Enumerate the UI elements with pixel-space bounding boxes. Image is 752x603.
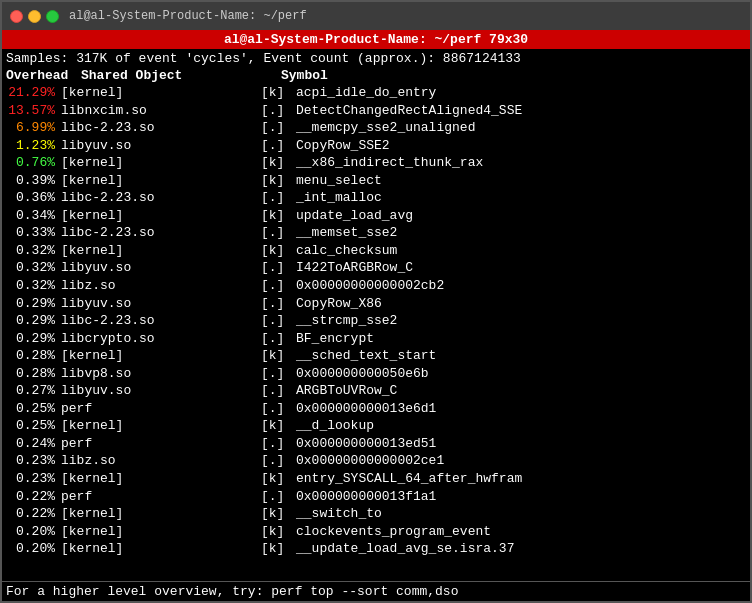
overhead-value: 0.20% <box>6 540 61 558</box>
shared-object: [kernel] <box>61 523 261 541</box>
symbol-name: 0x000000000050e6b <box>296 365 746 383</box>
shared-object: [kernel] <box>61 207 261 225</box>
symbol-name: acpi_idle_do_entry <box>296 84 746 102</box>
shared-object: [kernel] <box>61 172 261 190</box>
sym-bracket: [.] <box>261 259 296 277</box>
symbol-name: __memcpy_sse2_unaligned <box>296 119 746 137</box>
shared-object: [kernel] <box>61 540 261 558</box>
symbol-name: CopyRow_SSE2 <box>296 137 746 155</box>
sym-bracket: [.] <box>261 365 296 383</box>
symbol-name: __d_lookup <box>296 417 746 435</box>
table-row: 0.29%libcrypto.so[.] BF_encrypt <box>6 330 746 348</box>
sym-bracket: [.] <box>261 137 296 155</box>
table-row: 0.20%[kernel][k] clockevents_program_eve… <box>6 523 746 541</box>
status-bar: For a higher level overview, try: perf t… <box>2 581 750 601</box>
table-row: 0.32%libz.so[.] 0x00000000000002cb2 <box>6 277 746 295</box>
symbol-name: CopyRow_X86 <box>296 295 746 313</box>
table-row: 0.32%[kernel][k] calc_checksum <box>6 242 746 260</box>
symbol-name: calc_checksum <box>296 242 746 260</box>
table-row: 0.29%libyuv.so[.] CopyRow_X86 <box>6 295 746 313</box>
symbol-name: menu_select <box>296 172 746 190</box>
table-row: 0.27%libyuv.so[.] ARGBToUVRow_C <box>6 382 746 400</box>
shared-object: [kernel] <box>61 154 261 172</box>
overhead-value: 0.29% <box>6 330 61 348</box>
shared-object: libc-2.23.so <box>61 189 261 207</box>
table-row: 0.29%libc-2.23.so[.] __strcmp_sse2 <box>6 312 746 330</box>
shared-object: [kernel] <box>61 347 261 365</box>
shared-object: libyuv.so <box>61 137 261 155</box>
symbol-name: clockevents_program_event <box>296 523 746 541</box>
overhead-value: 0.34% <box>6 207 61 225</box>
overhead-value: 6.99% <box>6 119 61 137</box>
sym-bracket: [k] <box>261 242 296 260</box>
shared-object: perf <box>61 400 261 418</box>
overhead-value: 0.29% <box>6 295 61 313</box>
shared-object: libyuv.so <box>61 295 261 313</box>
sym-bracket: [.] <box>261 488 296 506</box>
overhead-value: 0.22% <box>6 488 61 506</box>
sym-bracket: [k] <box>261 470 296 488</box>
sym-bracket: [k] <box>261 207 296 225</box>
overhead-value: 0.32% <box>6 242 61 260</box>
overhead-value: 0.25% <box>6 417 61 435</box>
overhead-value: 21.29% <box>6 84 61 102</box>
symbol-name: __memset_sse2 <box>296 224 746 242</box>
shared-object: libc-2.23.so <box>61 312 261 330</box>
column-headers: Overhead Shared Object Symbol <box>6 68 746 83</box>
maximize-button[interactable] <box>46 10 59 23</box>
symbol-name: entry_SYSCALL_64_after_hwfram <box>296 470 746 488</box>
overhead-value: 0.20% <box>6 523 61 541</box>
table-row: 21.29%[kernel][k] acpi_idle_do_entry <box>6 84 746 102</box>
samples-line: Samples: 317K of event 'cycles', Event c… <box>6 51 746 66</box>
table-row: 13.57%libnxcim.so[.] DetectChangedRectAl… <box>6 102 746 120</box>
terminal-body: Samples: 317K of event 'cycles', Event c… <box>2 49 750 581</box>
shared-object: [kernel] <box>61 84 261 102</box>
titlebar: al@al-System-Product-Name: ~/perf <box>2 2 750 30</box>
col-header-shared: Shared Object <box>81 68 281 83</box>
table-row: 0.36%libc-2.23.so[.] _int_malloc <box>6 189 746 207</box>
symbol-name: __x86_indirect_thunk_rax <box>296 154 746 172</box>
sym-bracket: [k] <box>261 523 296 541</box>
sym-bracket: [.] <box>261 435 296 453</box>
overhead-value: 0.32% <box>6 259 61 277</box>
col-header-overhead: Overhead <box>6 68 81 83</box>
shared-object: [kernel] <box>61 242 261 260</box>
shared-object: libz.so <box>61 277 261 295</box>
overhead-value: 0.39% <box>6 172 61 190</box>
table-row: 0.39%[kernel][k] menu_select <box>6 172 746 190</box>
symbol-name: update_load_avg <box>296 207 746 225</box>
sym-bracket: [k] <box>261 417 296 435</box>
close-button[interactable] <box>10 10 23 23</box>
symbol-name: 0x00000000000002cb2 <box>296 277 746 295</box>
overhead-value: 0.27% <box>6 382 61 400</box>
sym-bracket: [.] <box>261 312 296 330</box>
window-buttons[interactable] <box>10 10 59 23</box>
table-row: 0.25%[kernel][k] __d_lookup <box>6 417 746 435</box>
shared-object: perf <box>61 435 261 453</box>
table-row: 0.28%[kernel][k] __sched_text_start <box>6 347 746 365</box>
symbol-name: 0x00000000000002ce1 <box>296 452 746 470</box>
shared-object: [kernel] <box>61 417 261 435</box>
sym-bracket: [.] <box>261 102 296 120</box>
overhead-value: 0.22% <box>6 505 61 523</box>
symbol-name: __sched_text_start <box>296 347 746 365</box>
symbol-name: __strcmp_sse2 <box>296 312 746 330</box>
symbol-name: 0x000000000013f1a1 <box>296 488 746 506</box>
overhead-value: 0.33% <box>6 224 61 242</box>
overhead-value: 1.23% <box>6 137 61 155</box>
sym-bracket: [.] <box>261 382 296 400</box>
sym-bracket: [.] <box>261 119 296 137</box>
symbol-name: 0x000000000013ed51 <box>296 435 746 453</box>
table-row: 0.22%[kernel][k] __switch_to <box>6 505 746 523</box>
perf-rows: 21.29%[kernel][k] acpi_idle_do_entry13.5… <box>6 84 746 579</box>
shared-object: libcrypto.so <box>61 330 261 348</box>
shared-object: libvp8.so <box>61 365 261 383</box>
minimize-button[interactable] <box>28 10 41 23</box>
sym-bracket: [.] <box>261 330 296 348</box>
symbol-name: __update_load_avg_se.isra.37 <box>296 540 746 558</box>
sym-bracket: [.] <box>261 277 296 295</box>
table-row: 0.76%[kernel][k] __x86_indirect_thunk_ra… <box>6 154 746 172</box>
shared-object: libyuv.so <box>61 382 261 400</box>
table-row: 0.20%[kernel][k] __update_load_avg_se.is… <box>6 540 746 558</box>
table-row: 0.24%perf[.] 0x000000000013ed51 <box>6 435 746 453</box>
